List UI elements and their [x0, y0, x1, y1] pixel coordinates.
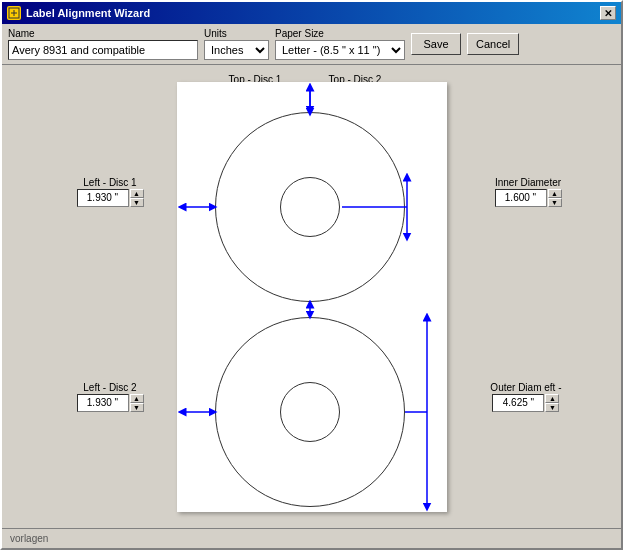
left-disc1-input-row: ▲ ▼ [77, 189, 144, 207]
main-area: Top - Disc 1 ▲ ▼ Top - Disc 2 ▲ ▼ [2, 65, 621, 528]
title-bar: Label Alignment Wizard ✕ [2, 2, 621, 24]
paper-label: Paper Size [275, 28, 405, 39]
window-title: Label Alignment Wizard [26, 7, 150, 19]
left-disc2-control: Left - Disc 2 ▲ ▼ [77, 382, 144, 412]
cancel-button[interactable]: Cancel [467, 33, 519, 55]
inner-diam-input-row: ▲ ▼ [495, 189, 562, 207]
left-disc1-control: Left - Disc 1 ▲ ▼ [77, 177, 144, 207]
outer-diam-spinner: ▲ ▼ [545, 394, 559, 412]
disc2-inner [280, 382, 340, 442]
title-bar-left: Label Alignment Wizard [7, 6, 150, 20]
units-label: Units [204, 28, 269, 39]
toolbar: Name Units Inches Millimeters Paper Size… [2, 24, 621, 65]
outer-diam-label: Outer Diam eft - [490, 382, 561, 393]
left-disc2-input[interactable] [77, 394, 129, 412]
left-disc2-spin-up[interactable]: ▲ [130, 394, 144, 403]
left-disc2-label: Left - Disc 2 [83, 382, 136, 393]
left-disc2-spin-down[interactable]: ▼ [130, 403, 144, 412]
inner-diam-spin-down[interactable]: ▼ [548, 198, 562, 207]
status-text: vorlagen [10, 533, 48, 544]
outer-diam-input-row: ▲ ▼ [492, 394, 559, 412]
paper-group: Paper Size Letter - (8.5 " x 11 ") A4 [275, 28, 405, 60]
left-disc1-spin-up[interactable]: ▲ [130, 189, 144, 198]
left-disc2-input-row: ▲ ▼ [77, 394, 144, 412]
left-disc2-spinner: ▲ ▼ [130, 394, 144, 412]
inner-diam-spin-up[interactable]: ▲ [548, 189, 562, 198]
paper [177, 82, 447, 512]
left-disc1-spin-down[interactable]: ▼ [130, 198, 144, 207]
left-disc1-label: Left - Disc 1 [83, 177, 136, 188]
outer-diam-spin-down[interactable]: ▼ [545, 403, 559, 412]
inner-diam-control: Inner Diameter ▲ ▼ [495, 177, 562, 207]
name-label: Name [8, 28, 198, 39]
paper-container: Top - Disc 1 ▲ ▼ Top - Disc 2 ▲ ▼ [177, 82, 447, 512]
outer-diam-input[interactable] [492, 394, 544, 412]
inner-diam-spinner: ▲ ▼ [548, 189, 562, 207]
outer-diam-spin-up[interactable]: ▲ [545, 394, 559, 403]
inner-diam-label: Inner Diameter [495, 177, 561, 188]
left-disc1-input[interactable] [77, 189, 129, 207]
units-select[interactable]: Inches Millimeters [204, 40, 269, 60]
inner-diam-input[interactable] [495, 189, 547, 207]
save-button[interactable]: Save [411, 33, 461, 55]
left-disc1-spinner: ▲ ▼ [130, 189, 144, 207]
main-window: Label Alignment Wizard ✕ Name Units Inch… [0, 0, 623, 550]
disc1-inner [280, 177, 340, 237]
status-bar: vorlagen [2, 528, 621, 548]
name-input[interactable] [8, 40, 198, 60]
units-group: Units Inches Millimeters [204, 28, 269, 60]
paper-select[interactable]: Letter - (8.5 " x 11 ") A4 [275, 40, 405, 60]
outer-diam-control: Outer Diam eft - ▲ ▼ [490, 382, 561, 412]
close-button[interactable]: ✕ [600, 6, 616, 20]
window-icon [7, 6, 21, 20]
name-group: Name [8, 28, 198, 60]
